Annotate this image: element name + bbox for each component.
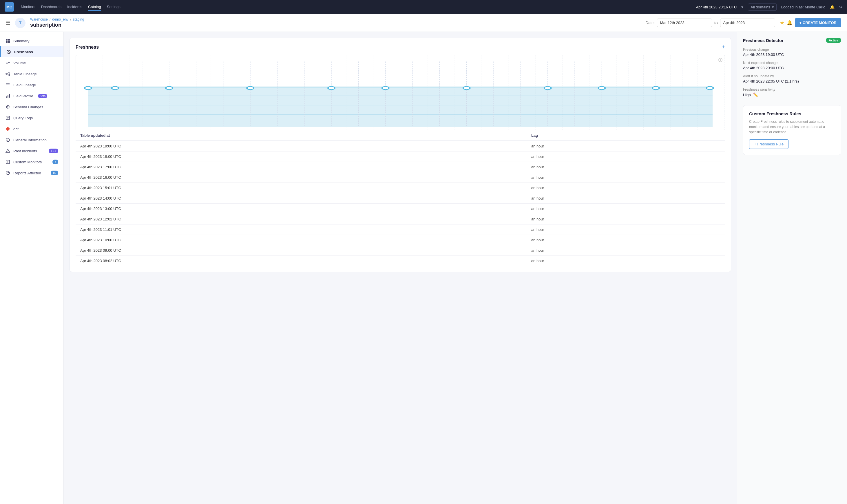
nav-monitors[interactable]: Monitors <box>21 3 35 11</box>
reports-icon <box>5 170 11 176</box>
freshness-icon <box>6 49 11 54</box>
sidebar-label-past-incidents: Past Incidents <box>13 149 37 153</box>
sidebar-item-query-logs[interactable]: Query Logs <box>0 112 64 123</box>
sidebar-label-summary: Summary <box>13 39 30 43</box>
svg-text:3/20: 3/20 <box>298 130 311 130</box>
svg-rect-15 <box>9 94 10 97</box>
sidebar-item-schema-changes[interactable]: Schema Changes <box>0 102 64 112</box>
cell-lag: an hour <box>527 162 725 172</box>
svg-text:3/13: 3/13 <box>109 130 122 130</box>
alert-row: Alert if no update by Apr 4th 2023 22:05… <box>743 74 841 84</box>
svg-text:3/24: 3/24 <box>406 130 419 130</box>
domain-selector[interactable]: All domains ▾ <box>748 3 776 11</box>
sidebar-item-reports-affected[interactable]: Reports Affected 16 <box>0 167 64 178</box>
next-change-value: Apr 4th 2023 20:00 UTC <box>743 66 841 70</box>
svg-text:3/28: 3/28 <box>514 130 527 130</box>
freshness-detector-section: Freshness Detector Active Previous chang… <box>743 38 841 97</box>
freshness-add-icon[interactable]: + <box>722 44 725 50</box>
svg-text:3/15: 3/15 <box>162 130 176 130</box>
nav-incidents[interactable]: Incidents <box>67 3 82 11</box>
chevron-down-icon[interactable]: ▾ <box>741 5 743 9</box>
sidebar-item-table-lineage[interactable]: Table Lineage <box>0 68 64 79</box>
svg-text:3/31: 3/31 <box>595 130 608 130</box>
sidebar-label-custom-monitors: Custom Monitors <box>13 160 42 164</box>
sensitivity-label: Freshness sensitivity <box>743 88 841 92</box>
edit-sensitivity-icon[interactable]: ✏️ <box>753 92 758 97</box>
nav-catalog[interactable]: Catalog <box>88 3 101 11</box>
favorite-icon[interactable]: ★ <box>780 20 785 26</box>
svg-text:4/4: 4/4 <box>705 130 714 130</box>
table-row: Apr 4th 2023 12:02 UTC an hour <box>76 214 725 224</box>
date-to-label: to <box>714 21 718 25</box>
svg-text:3/29: 3/29 <box>541 130 554 130</box>
cell-updated-at: Apr 4th 2023 15:01 UTC <box>76 183 527 193</box>
alert-value: Apr 4th 2023 22:05 UTC (2.1 hrs) <box>743 79 841 84</box>
custom-freshness-rules-section: Custom Freshness Rules Create Freshness … <box>743 105 841 155</box>
svg-rect-18 <box>6 116 10 120</box>
app-logo: MC <box>5 2 14 12</box>
sidebar-item-custom-monitors[interactable]: Custom Monitors 7 <box>0 157 64 167</box>
beta-badge: Beta <box>38 94 48 98</box>
chart-info-icon[interactable]: ⓘ <box>718 58 722 63</box>
cell-updated-at: Apr 4th 2023 13:00 UTC <box>76 204 527 214</box>
incidents-icon <box>5 148 11 154</box>
main-content: Freshness + ⓘ <box>64 32 737 504</box>
sub-header: ☰ T Warehouse / demo_env / staging subsc… <box>0 14 847 32</box>
cell-updated-at: Apr 4th 2023 18:00 UTC <box>76 151 527 162</box>
logout-icon[interactable]: ↪ <box>839 5 842 9</box>
sidebar-item-summary[interactable]: Summary <box>0 35 64 46</box>
date-from-input[interactable] <box>657 19 712 27</box>
svg-point-70 <box>652 87 659 90</box>
sidebar-item-general-info[interactable]: General Information <box>0 134 64 145</box>
breadcrumb-sep-1: / <box>50 17 50 21</box>
sidebar-item-freshness[interactable]: Freshness <box>0 46 64 57</box>
table-row: Apr 4th 2023 18:00 UTC an hour <box>76 151 725 162</box>
breadcrumb-warehouse[interactable]: Warehouse <box>30 17 48 21</box>
table-lineage-icon <box>5 71 11 76</box>
alert-bell-icon[interactable]: 🔔 <box>787 20 793 25</box>
past-incidents-badge: 10+ <box>49 149 58 153</box>
svg-text:3/23: 3/23 <box>379 130 392 130</box>
freshness-title: Freshness <box>76 44 99 50</box>
svg-point-7 <box>9 74 10 76</box>
cell-lag: an hour <box>527 204 725 214</box>
svg-rect-14 <box>7 95 8 97</box>
right-panel: Freshness Detector Active Previous chang… <box>737 32 847 504</box>
sidebar-label-dbt: dbt <box>13 127 19 131</box>
active-status-badge: Active <box>826 38 841 43</box>
sidebar-item-field-lineage[interactable]: Field Lineage <box>0 79 64 90</box>
top-navigation: MC Monitors Dashboards Incidents Catalog… <box>0 0 847 14</box>
cell-updated-at: Apr 4th 2023 11:01 UTC <box>76 224 527 235</box>
sidebar-item-past-incidents[interactable]: Past Incidents 10+ <box>0 145 64 157</box>
svg-rect-3 <box>8 41 10 43</box>
svg-text:3/25: 3/25 <box>433 130 446 130</box>
date-to-input[interactable] <box>720 19 775 27</box>
col-updated-at: Table updated at <box>76 130 527 141</box>
svg-rect-0 <box>6 39 7 40</box>
sidebar-item-field-profile[interactable]: Field Profile Beta <box>0 90 64 102</box>
table-row: Apr 4th 2023 13:00 UTC an hour <box>76 204 725 214</box>
svg-point-69 <box>598 87 605 90</box>
freshness-card-header: Freshness + <box>76 44 725 50</box>
nav-dashboards[interactable]: Dashboards <box>41 3 61 11</box>
hamburger-icon[interactable]: ☰ <box>6 20 11 26</box>
create-monitor-button[interactable]: + CREATE MONITOR <box>795 18 841 27</box>
sensitivity-value: High <box>743 93 751 97</box>
custom-rules-title: Custom Freshness Rules <box>749 111 835 116</box>
svg-point-68 <box>544 87 551 90</box>
notification-icon[interactable]: 🔔 <box>830 5 834 9</box>
col-lag: Lag <box>527 130 725 141</box>
svg-point-71 <box>706 87 713 90</box>
date-range-section: Date: to <box>646 19 775 27</box>
cell-lag: an hour <box>527 151 725 162</box>
breadcrumb-demo-env[interactable]: demo_env <box>52 17 68 21</box>
svg-point-17 <box>7 106 8 107</box>
table-row: Apr 4th 2023 08:02 UTC an hour <box>76 256 725 266</box>
breadcrumb-staging[interactable]: staging <box>73 17 84 21</box>
grid-icon <box>5 38 11 43</box>
sidebar-item-dbt[interactable]: dbt <box>0 123 64 134</box>
sidebar-item-volume[interactable]: Volume <box>0 57 64 68</box>
date-label: Date: <box>646 21 655 25</box>
add-freshness-rule-button[interactable]: + Freshness Rule <box>749 139 789 149</box>
nav-settings[interactable]: Settings <box>107 3 121 11</box>
